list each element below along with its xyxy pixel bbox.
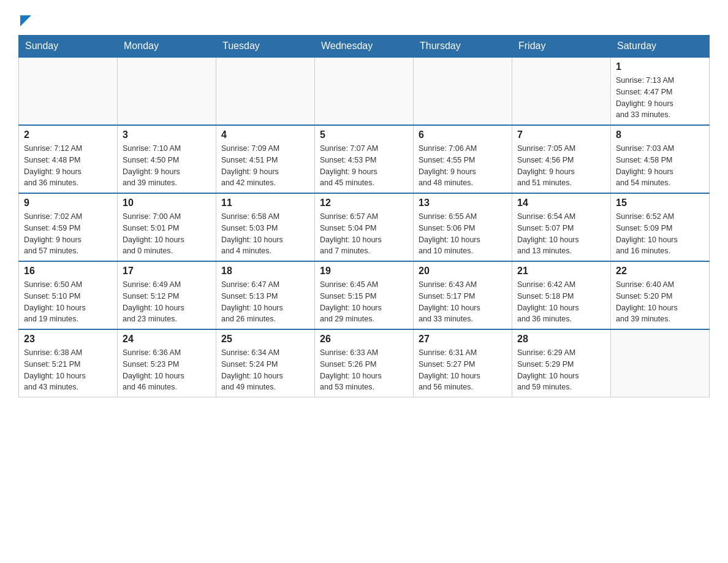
day-info: Sunrise: 6:43 AMSunset: 5:17 PMDaylight:… <box>419 279 507 325</box>
day-info: Sunrise: 6:52 AMSunset: 5:09 PMDaylight:… <box>616 211 704 257</box>
day-number: 27 <box>419 334 507 345</box>
calendar-cell: 4Sunrise: 7:09 AMSunset: 4:51 PMDaylight… <box>216 125 315 193</box>
day-info: Sunrise: 7:12 AMSunset: 4:48 PMDaylight:… <box>24 143 112 189</box>
calendar-cell: 28Sunrise: 6:29 AMSunset: 5:29 PMDayligh… <box>512 329 611 397</box>
weekday-header-sunday: Sunday <box>19 36 118 58</box>
day-number: 14 <box>517 197 605 209</box>
day-info: Sunrise: 7:05 AMSunset: 4:56 PMDaylight:… <box>517 143 605 189</box>
calendar-cell: 20Sunrise: 6:43 AMSunset: 5:17 PMDayligh… <box>414 261 512 329</box>
day-info: Sunrise: 6:36 AMSunset: 5:23 PMDaylight:… <box>123 347 211 393</box>
day-info: Sunrise: 7:10 AMSunset: 4:50 PMDaylight:… <box>123 143 211 189</box>
page-header <box>18 12 710 29</box>
calendar-cell: 18Sunrise: 6:47 AMSunset: 5:13 PMDayligh… <box>216 261 315 329</box>
day-info: Sunrise: 6:47 AMSunset: 5:13 PMDaylight:… <box>221 279 309 325</box>
day-number: 6 <box>419 129 507 140</box>
svg-marker-0 <box>20 15 31 26</box>
weekday-header-wednesday: Wednesday <box>315 36 414 58</box>
calendar-cell: 16Sunrise: 6:50 AMSunset: 5:10 PMDayligh… <box>19 261 118 329</box>
calendar-cell: 15Sunrise: 6:52 AMSunset: 5:09 PMDayligh… <box>611 193 710 261</box>
weekday-header-monday: Monday <box>118 36 216 58</box>
calendar-cell: 23Sunrise: 6:38 AMSunset: 5:21 PMDayligh… <box>19 329 118 397</box>
calendar-cell: 1Sunrise: 7:13 AMSunset: 4:47 PMDaylight… <box>611 57 710 125</box>
calendar-cell: 8Sunrise: 7:03 AMSunset: 4:58 PMDaylight… <box>611 125 710 193</box>
calendar-table: SundayMondayTuesdayWednesdayThursdayFrid… <box>18 35 710 397</box>
week-row-4: 16Sunrise: 6:50 AMSunset: 5:10 PMDayligh… <box>19 261 710 329</box>
day-info: Sunrise: 6:34 AMSunset: 5:24 PMDaylight:… <box>221 347 309 393</box>
calendar-cell <box>315 57 414 125</box>
day-info: Sunrise: 7:03 AMSunset: 4:58 PMDaylight:… <box>616 143 704 189</box>
calendar-cell: 19Sunrise: 6:45 AMSunset: 5:15 PMDayligh… <box>315 261 414 329</box>
day-number: 7 <box>517 129 605 140</box>
day-number: 24 <box>123 334 211 345</box>
day-number: 1 <box>616 61 704 72</box>
calendar-cell: 2Sunrise: 7:12 AMSunset: 4:48 PMDaylight… <box>19 125 118 193</box>
day-info: Sunrise: 6:55 AMSunset: 5:06 PMDaylight:… <box>419 211 507 257</box>
day-number: 17 <box>123 266 211 277</box>
day-number: 10 <box>123 197 211 209</box>
calendar-cell: 11Sunrise: 6:58 AMSunset: 5:03 PMDayligh… <box>216 193 315 261</box>
day-info: Sunrise: 6:50 AMSunset: 5:10 PMDaylight:… <box>24 279 112 325</box>
weekday-header-saturday: Saturday <box>611 36 710 58</box>
day-info: Sunrise: 6:29 AMSunset: 5:29 PMDaylight:… <box>517 347 605 393</box>
calendar-cell: 6Sunrise: 7:06 AMSunset: 4:55 PMDaylight… <box>414 125 512 193</box>
day-number: 23 <box>24 334 112 345</box>
calendar-cell <box>118 57 216 125</box>
day-number: 20 <box>419 266 507 277</box>
day-info: Sunrise: 6:40 AMSunset: 5:20 PMDaylight:… <box>616 279 704 325</box>
day-info: Sunrise: 6:57 AMSunset: 5:04 PMDaylight:… <box>320 211 408 257</box>
week-row-3: 9Sunrise: 7:02 AMSunset: 4:59 PMDaylight… <box>19 193 710 261</box>
calendar-cell: 24Sunrise: 6:36 AMSunset: 5:23 PMDayligh… <box>118 329 216 397</box>
day-info: Sunrise: 7:00 AMSunset: 5:01 PMDaylight:… <box>123 211 211 257</box>
day-number: 4 <box>221 129 309 140</box>
calendar-cell: 10Sunrise: 7:00 AMSunset: 5:01 PMDayligh… <box>118 193 216 261</box>
day-number: 25 <box>221 334 309 345</box>
day-number: 21 <box>517 266 605 277</box>
calendar-cell: 14Sunrise: 6:54 AMSunset: 5:07 PMDayligh… <box>512 193 611 261</box>
day-number: 11 <box>221 197 309 209</box>
weekday-header-thursday: Thursday <box>414 36 512 58</box>
logo-triangle-icon <box>20 15 31 29</box>
calendar-cell: 22Sunrise: 6:40 AMSunset: 5:20 PMDayligh… <box>611 261 710 329</box>
week-row-5: 23Sunrise: 6:38 AMSunset: 5:21 PMDayligh… <box>19 329 710 397</box>
calendar-cell <box>414 57 512 125</box>
day-number: 19 <box>320 266 408 277</box>
day-info: Sunrise: 6:49 AMSunset: 5:12 PMDaylight:… <box>123 279 211 325</box>
day-info: Sunrise: 7:09 AMSunset: 4:51 PMDaylight:… <box>221 143 309 189</box>
calendar-cell <box>512 57 611 125</box>
day-number: 9 <box>24 197 112 209</box>
day-info: Sunrise: 6:45 AMSunset: 5:15 PMDaylight:… <box>320 279 408 325</box>
calendar-cell: 25Sunrise: 6:34 AMSunset: 5:24 PMDayligh… <box>216 329 315 397</box>
calendar-cell: 21Sunrise: 6:42 AMSunset: 5:18 PMDayligh… <box>512 261 611 329</box>
calendar-cell: 7Sunrise: 7:05 AMSunset: 4:56 PMDaylight… <box>512 125 611 193</box>
calendar-cell <box>19 57 118 125</box>
calendar-cell <box>216 57 315 125</box>
calendar-cell: 13Sunrise: 6:55 AMSunset: 5:06 PMDayligh… <box>414 193 512 261</box>
calendar-cell: 3Sunrise: 7:10 AMSunset: 4:50 PMDaylight… <box>118 125 216 193</box>
calendar-cell: 26Sunrise: 6:33 AMSunset: 5:26 PMDayligh… <box>315 329 414 397</box>
day-number: 2 <box>24 129 112 140</box>
day-info: Sunrise: 6:33 AMSunset: 5:26 PMDaylight:… <box>320 347 408 393</box>
day-info: Sunrise: 7:13 AMSunset: 4:47 PMDaylight:… <box>616 75 704 121</box>
calendar-cell <box>611 329 710 397</box>
week-row-1: 1Sunrise: 7:13 AMSunset: 4:47 PMDaylight… <box>19 57 710 125</box>
calendar-cell: 27Sunrise: 6:31 AMSunset: 5:27 PMDayligh… <box>414 329 512 397</box>
day-info: Sunrise: 6:31 AMSunset: 5:27 PMDaylight:… <box>419 347 507 393</box>
calendar-cell: 17Sunrise: 6:49 AMSunset: 5:12 PMDayligh… <box>118 261 216 329</box>
day-info: Sunrise: 6:42 AMSunset: 5:18 PMDaylight:… <box>517 279 605 325</box>
calendar-cell: 9Sunrise: 7:02 AMSunset: 4:59 PMDaylight… <box>19 193 118 261</box>
day-number: 18 <box>221 266 309 277</box>
day-number: 26 <box>320 334 408 345</box>
day-info: Sunrise: 6:54 AMSunset: 5:07 PMDaylight:… <box>517 211 605 257</box>
day-number: 5 <box>320 129 408 140</box>
day-number: 8 <box>616 129 704 140</box>
logo <box>18 12 31 29</box>
day-info: Sunrise: 6:58 AMSunset: 5:03 PMDaylight:… <box>221 211 309 257</box>
day-info: Sunrise: 6:38 AMSunset: 5:21 PMDaylight:… <box>24 347 112 393</box>
day-number: 16 <box>24 266 112 277</box>
weekday-header-tuesday: Tuesday <box>216 36 315 58</box>
day-info: Sunrise: 7:06 AMSunset: 4:55 PMDaylight:… <box>419 143 507 189</box>
day-info: Sunrise: 7:02 AMSunset: 4:59 PMDaylight:… <box>24 211 112 257</box>
weekday-header-row: SundayMondayTuesdayWednesdayThursdayFrid… <box>19 36 710 58</box>
day-number: 15 <box>616 197 704 209</box>
day-number: 28 <box>517 334 605 345</box>
